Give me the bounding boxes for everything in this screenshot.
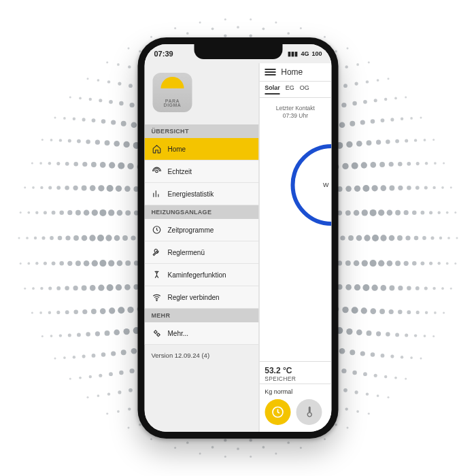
svg-point-392: [398, 286, 403, 290]
svg-point-696: [31, 312, 33, 314]
last-contact-time: 07:39 Uhr: [262, 112, 328, 120]
svg-point-482: [363, 372, 367, 376]
svg-point-179: [345, 210, 351, 216]
svg-point-412: [67, 210, 72, 215]
svg-point-448: [119, 371, 124, 375]
svg-point-631: [287, 441, 290, 444]
svg-point-529: [355, 390, 358, 394]
svg-point-593: [40, 287, 43, 290]
svg-point-388: [389, 186, 394, 191]
nav-item-more[interactable]: Mehr...: [145, 322, 259, 345]
realtime-icon: [152, 166, 163, 177]
svg-point-438: [352, 371, 357, 375]
svg-point-197: [124, 186, 131, 192]
section-overview: ÜBERSICHT: [145, 124, 259, 138]
svg-point-181: [354, 260, 360, 267]
svg-point-563: [355, 82, 358, 86]
svg-point-153: [345, 260, 351, 266]
svg-point-528: [374, 374, 377, 377]
svg-point-432: [414, 236, 419, 241]
svg-point-690: [128, 426, 130, 428]
svg-point-479: [407, 310, 411, 314]
svg-point-550: [68, 139, 71, 142]
svg-point-526: [405, 333, 408, 337]
tab-eg[interactable]: EG: [286, 84, 294, 95]
svg-point-391: [404, 261, 409, 266]
svg-point-633: [237, 447, 239, 450]
clock-icon: [152, 224, 163, 235]
section-heating: HEIZUNGSANLAGE: [145, 205, 259, 219]
svg-point-279: [361, 307, 367, 313]
svg-point-208: [345, 186, 352, 192]
svg-point-354: [367, 330, 372, 336]
page-title: Home: [281, 67, 303, 77]
nav-label-energy: Energiestatistik: [168, 190, 214, 198]
schedule-fab[interactable]: [265, 399, 290, 425]
svg-point-729: [156, 300, 157, 301]
svg-point-223: [127, 307, 133, 313]
tab-solar[interactable]: Solar: [265, 84, 280, 95]
svg-point-517: [381, 118, 385, 122]
svg-point-394: [376, 331, 381, 336]
svg-point-243: [370, 260, 377, 267]
svg-point-293: [92, 260, 98, 267]
svg-point-334: [100, 162, 106, 168]
svg-point-313: [387, 260, 393, 267]
svg-point-410: [67, 261, 72, 266]
nav-item-kaminfeger[interactable]: Kaminfegerfunktion: [145, 264, 259, 286]
menu-icon[interactable]: [265, 67, 275, 77]
svg-point-613: [366, 80, 369, 83]
svg-point-594: [35, 262, 38, 265]
kg-row: Kg normal: [259, 384, 331, 395]
svg-point-515: [343, 84, 347, 88]
svg-point-431: [404, 210, 409, 215]
svg-point-437: [371, 352, 375, 357]
svg-point-587: [128, 407, 131, 410]
nav-item-realtime[interactable]: Echtzeit: [145, 160, 259, 183]
svg-point-525: [416, 311, 420, 314]
thermo-fab[interactable]: [296, 399, 322, 425]
svg-point-500: [52, 211, 56, 215]
svg-point-626: [394, 377, 397, 379]
tab-og[interactable]: OG: [300, 84, 309, 95]
svg-point-569: [429, 211, 432, 214]
svg-point-126: [340, 235, 345, 240]
svg-point-472: [386, 139, 390, 144]
svg-point-291: [109, 307, 115, 313]
svg-point-277: [378, 260, 384, 267]
nav-item-home[interactable]: Home: [145, 138, 259, 160]
svg-point-459: [101, 119, 106, 124]
svg-point-642: [50, 335, 53, 337]
nav-item-schedules[interactable]: Zeitprogramme: [145, 219, 259, 241]
svg-point-713: [250, 18, 252, 20]
svg-point-698: [20, 262, 22, 265]
svg-point-311: [378, 209, 384, 216]
svg-point-454: [58, 236, 63, 241]
svg-point-457: [73, 162, 78, 167]
svg-point-545: [44, 262, 47, 265]
svg-point-349: [387, 210, 393, 216]
battery-label: 100: [311, 50, 322, 57]
nav-item-connect[interactable]: Regler verbinden: [145, 286, 259, 309]
svg-point-473: [398, 162, 403, 167]
svg-point-706: [87, 78, 89, 80]
svg-point-213: [342, 307, 348, 313]
svg-point-544: [48, 286, 52, 290]
svg-point-276: [380, 235, 386, 241]
svg-point-589: [89, 375, 92, 378]
nav-item-energy[interactable]: Energiestatistik: [145, 183, 259, 205]
svg-point-498: [52, 261, 56, 265]
svg-point-396: [341, 369, 346, 373]
svg-point-549: [56, 162, 60, 165]
svg-point-428: [376, 140, 381, 145]
svg-point-685: [250, 456, 252, 458]
svg-point-427: [360, 120, 365, 124]
svg-point-721: [420, 117, 422, 119]
svg-point-547: [44, 211, 47, 214]
svg-point-600: [73, 118, 75, 120]
nav-item-regler[interactable]: Reglermenü: [145, 241, 259, 264]
section-more: MEHR: [145, 309, 259, 322]
svg-point-648: [32, 186, 35, 189]
svg-point-476: [422, 236, 426, 240]
svg-point-458: [86, 139, 90, 144]
